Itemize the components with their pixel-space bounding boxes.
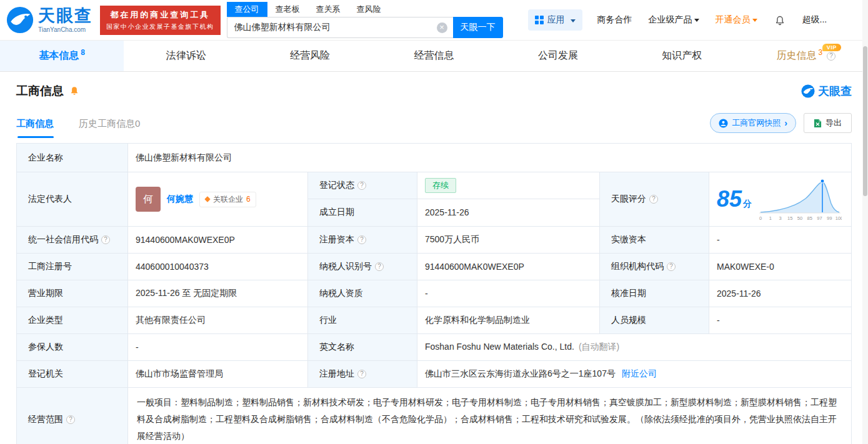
nearby-companies-link[interactable]: 附近公司 [622,368,657,378]
logo-domain: TianYanCha.com [38,26,92,33]
help-icon[interactable] [357,370,366,378]
label-staff-size: 人员规模 [600,307,709,334]
value-registration-authority: 佛山市市场监督管理局 [128,361,308,388]
value-tianyan-score: 85分 0 1 3 15 50 85 97 99 [709,172,852,227]
value-business-term: 2025-11-26 至 无固定期限 [128,280,308,307]
label-approval-date: 核准日期 [600,280,709,307]
tianyancha-logo[interactable]: 天眼查 TianYanCha.com [6,6,92,34]
value-english-name: Foshan Foshu New Materials Co., Ltd.(自动翻… [417,334,852,361]
nav-enterprise-products[interactable]: 企业级产品 [649,14,699,26]
subtab-history-business-info[interactable]: 历史工商信息0 [79,118,140,138]
help-icon[interactable] [357,181,366,190]
export-button[interactable]: 导出 [804,113,852,133]
search-tab-boss[interactable]: 查老板 [267,2,308,17]
section-actions: 工商官网快照 导出 [710,113,852,138]
help-icon[interactable] [649,195,658,204]
label-establish-date: 成立日期 [308,199,417,226]
label-org-code: 组织机构代码 [600,254,709,280]
score-distribution-chart: 0 1 3 15 50 85 97 99 100 [758,176,842,222]
value-establish-date: 2025-11-26 [417,199,600,226]
label-insured-number: 参保人数 [17,334,128,361]
official-snapshot-button[interactable]: 工商官网快照 [710,113,796,133]
search-tab-relation[interactable]: 查关系 [308,2,349,17]
label-registration-status-text: 登记状态 [319,180,354,190]
tab-basic-info[interactable]: 基本信息 8 [0,41,124,71]
related-companies-badge[interactable]: 关联企业 6 [199,192,256,207]
tab-history-info-label: 历史信息 [776,49,816,62]
caret-down-icon [752,19,757,24]
apps-label: 应用 [547,14,565,26]
tab-intellectual-property[interactable]: 知识产权 [620,41,744,71]
label-credit-code: 统一社会信用代码 [17,227,128,254]
tab-history-info[interactable]: VIP 历史信息 3 [744,41,868,71]
tab-business-info-label: 经营信息 [414,49,454,62]
svg-text:85: 85 [807,215,812,221]
label-registration-authority: 登记机关 [17,361,128,388]
search-tab-risk[interactable]: 查风险 [349,2,389,17]
help-icon[interactable] [375,262,384,271]
nav-super-vip[interactable]: 超级... [802,14,827,26]
label-company-type-text: 企业类型 [28,315,63,325]
search-input[interactable] [227,17,453,37]
apps-menu-button[interactable]: 应用 [528,9,582,31]
help-icon[interactable] [101,235,110,244]
subtab-business-info[interactable]: 工商信息 [16,118,54,138]
related-companies-count: 6 [246,195,251,204]
help-icon[interactable] [667,262,676,271]
export-label: 导出 [826,117,842,129]
value-registered-address: 佛山市三水区云东海街道永业路6号之一1座107号附近公司 [417,361,852,388]
label-company-name: 企业名称 [17,144,128,172]
label-registered-capital: 注册资本 [308,227,417,254]
svg-text:1: 1 [769,215,772,221]
caret-down-icon [571,19,576,25]
scrollbar-thumb[interactable] [863,46,867,196]
help-icon[interactable] [827,52,836,61]
tianyan-score-value[interactable]: 85分 [717,186,752,212]
monitor-bell-icon[interactable] [69,86,80,97]
label-legal-representative-text: 法定代表人 [28,194,72,204]
nav-open-membership[interactable]: 开通会员 [716,14,757,26]
search-box [227,17,453,38]
apps-grid-icon [535,16,544,24]
value-paid-capital: - [709,227,852,254]
label-paid-capital-text: 实缴资本 [611,234,646,244]
search-button[interactable]: 天眼一下 [453,17,503,38]
related-companies-label: 关联企业 [213,194,243,205]
legal-rep-avatar[interactable]: 何 [136,187,161,212]
search-tab-company[interactable]: 查公司 [227,2,267,17]
vertical-scrollbar[interactable] [862,0,868,444]
value-industry: 化学原料和化学制品制造业 [417,307,600,334]
tab-operating-risk[interactable]: 经营风险 [248,41,372,71]
promo-banner: 都在用的商业查询工具 国家中小企业发展子基金旗下机构 [100,6,221,35]
tab-operating-risk-label: 经营风险 [290,49,330,62]
clear-search-icon[interactable] [437,22,447,33]
logo-text: 天眼查 TianYanCha.com [38,7,92,33]
help-icon[interactable] [66,415,75,424]
label-industry-text: 行业 [319,315,337,325]
value-registration-number: 440600010040373 [128,254,308,280]
label-tianyan-score: 天眼评分 [600,172,709,227]
promo-line2: 国家中小企业发展子基金旗下机构 [106,22,214,31]
label-company-type: 企业类型 [17,307,128,334]
label-approval-date-text: 核准日期 [611,288,646,298]
help-icon[interactable] [357,235,366,244]
label-business-term: 营业期限 [17,280,128,307]
notification-bell-icon[interactable] [774,14,786,26]
label-registration-number-text: 工商注册号 [28,261,72,271]
label-registered-address: 注册地址 [308,361,417,388]
tab-legal-litigation[interactable]: 法律诉讼 [124,41,247,71]
vip-badge: VIP [822,44,841,51]
value-legal-representative: 何 何婉慧 关联企业 6 [128,172,308,227]
label-legal-representative: 法定代表人 [17,172,128,227]
legal-rep-name-link[interactable]: 何婉慧 [167,194,193,205]
label-tianyan-score-text: 天眼评分 [611,194,646,204]
watermark-text: 天眼查 [818,84,852,99]
label-establish-date-text: 成立日期 [319,207,354,217]
tab-company-development[interactable]: 公司发展 [496,41,620,71]
english-name-text: Foshan Foshu New Materials Co., Ltd. [425,342,574,352]
svg-text:99: 99 [827,215,832,221]
label-taxpayer-qualification: 纳税人资质 [308,280,417,307]
nav-business-cooperation[interactable]: 商务合作 [597,14,632,26]
tab-business-info[interactable]: 经营信息 [372,41,496,71]
search-tabs: 查公司 查老板 查关系 查风险 [227,2,503,17]
